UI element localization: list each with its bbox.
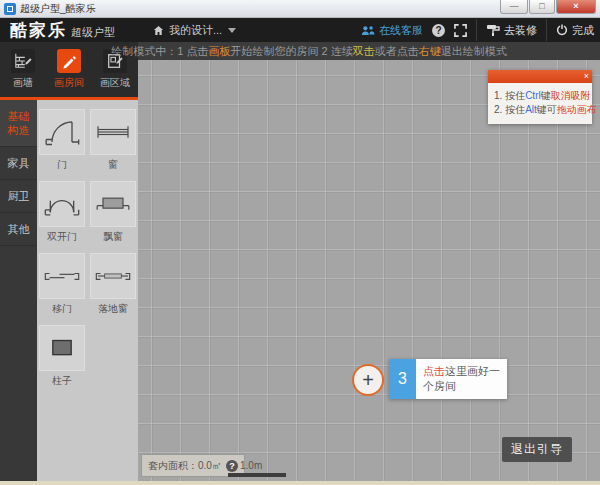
- window-title: 超级户型_酷家乐: [20, 2, 96, 16]
- notification-body: 1. 按住Ctrl键取消吸附 2. 按住Alt键可拖动画布: [488, 83, 592, 124]
- instruction-highlight-board: 画板: [208, 44, 230, 59]
- exit-guide-button[interactable]: 退出引导: [502, 437, 572, 462]
- category-basic-structure[interactable]: 基础构造: [0, 100, 37, 147]
- plus-icon: +: [362, 369, 374, 392]
- double-door-icon: [42, 186, 82, 222]
- notification-header: ×: [488, 70, 592, 83]
- finish-button[interactable]: 完成: [556, 23, 594, 38]
- door-icon: [42, 114, 82, 150]
- tab-draw-wall-label: 画墙: [13, 76, 33, 90]
- instruction-highlight-rightkey: 右键: [419, 44, 441, 59]
- component-door-label: 门: [57, 158, 67, 172]
- people-icon: [361, 25, 375, 36]
- tab-draw-room[interactable]: 画房间: [46, 42, 92, 97]
- french-window-icon: [93, 258, 133, 294]
- logo-text: 酷家乐: [10, 19, 67, 42]
- my-designs-menu[interactable]: 我的设计...: [153, 23, 236, 38]
- area-label: 套内面积：0.0㎡: [148, 459, 222, 473]
- component-window-label: 窗: [108, 158, 118, 172]
- guide-step-badge: 3: [389, 359, 416, 399]
- maximize-button[interactable]: □: [529, 0, 555, 14]
- minimize-button[interactable]: —: [500, 0, 528, 14]
- power-icon: [556, 24, 568, 36]
- component-panel: 门 窗: [37, 100, 138, 485]
- component-pillar[interactable]: 柱子: [39, 325, 85, 388]
- bay-window-icon: [93, 186, 133, 222]
- my-designs-label: 我的设计...: [169, 23, 222, 38]
- draw-mode-instruction: 绘制模式中：1 点击画板开始绘制您的房间 2 连续双击或者点击右键退出绘制模式: [138, 42, 600, 60]
- draw-wall-icon: [14, 52, 32, 70]
- taskbar-edge: [0, 481, 600, 485]
- category-sidebar: 基础构造 家具 厨卫 其他: [0, 100, 37, 485]
- close-button[interactable]: ×: [556, 0, 596, 14]
- tab-draw-room-label: 画房间: [54, 76, 84, 90]
- draw-start-target[interactable]: +: [352, 364, 384, 396]
- logo: 酷家乐 超级户型: [10, 19, 115, 42]
- tab-draw-region-label: 画区域: [100, 76, 130, 90]
- logo-subtitle: 超级户型: [71, 25, 115, 40]
- app-header: 酷家乐 超级户型 我的设计... 在线客服 ?: [0, 18, 600, 42]
- paint-roller-icon: [486, 24, 500, 36]
- scale-bar: [228, 473, 286, 477]
- guide-text: 点击这里画好一个房间: [416, 359, 507, 399]
- help-button[interactable]: ?: [432, 24, 445, 37]
- component-bay-window-label: 飘窗: [103, 230, 123, 244]
- notification-line-1: 1. 按住Ctrl键取消吸附: [494, 89, 587, 103]
- sliding-door-icon: [42, 258, 82, 294]
- window-titlebar: 超级户型_酷家乐 — □ ×: [0, 0, 600, 18]
- component-double-door-label: 双开门: [47, 230, 77, 244]
- component-window[interactable]: 窗: [90, 109, 136, 172]
- instruction-text: 绘制模式中：1 点击: [111, 44, 208, 59]
- app-icon: [4, 3, 16, 15]
- divider: [546, 19, 547, 41]
- component-sliding-door[interactable]: 移门: [39, 253, 85, 316]
- home-icon: [153, 25, 164, 36]
- hotkey-notification: × 1. 按住Ctrl键取消吸附 2. 按住Alt键可拖动画布: [488, 70, 592, 124]
- notification-line-2: 2. 按住Alt键可拖动画布: [494, 103, 587, 117]
- component-double-door[interactable]: 双开门: [39, 181, 85, 244]
- instruction-text: 退出绘制模式: [441, 44, 507, 59]
- component-door[interactable]: 门: [39, 109, 85, 172]
- instruction-highlight-doubleclick: 双击: [353, 44, 375, 59]
- component-french-window[interactable]: 落地窗: [90, 253, 136, 316]
- fullscreen-button[interactable]: [454, 24, 467, 37]
- go-decorate-button[interactable]: 去装修: [486, 23, 537, 38]
- category-furniture[interactable]: 家具: [0, 147, 37, 180]
- pillar-icon: [42, 330, 82, 366]
- window-icon: [93, 114, 133, 150]
- category-other[interactable]: 其他: [0, 213, 37, 246]
- tab-draw-wall[interactable]: 画墙: [0, 42, 46, 97]
- component-pillar-label: 柱子: [52, 374, 72, 388]
- scale-label: 1.0m: [240, 460, 262, 471]
- fullscreen-icon: [454, 24, 467, 37]
- instruction-text: 或者点击: [375, 44, 419, 59]
- area-help-icon[interactable]: ?: [226, 460, 238, 472]
- finish-label: 完成: [572, 23, 594, 38]
- online-service-label: 在线客服: [379, 23, 423, 38]
- notification-close-icon[interactable]: ×: [584, 70, 589, 83]
- divider: [476, 19, 477, 41]
- instruction-text: 开始绘制您的房间 2 连续: [230, 44, 352, 59]
- category-kitchen-bath[interactable]: 厨卫: [0, 180, 37, 213]
- guide-tooltip: 3 点击这里画好一个房间: [389, 359, 507, 399]
- component-french-window-label: 落地窗: [98, 302, 128, 316]
- chevron-down-icon: [228, 28, 236, 33]
- component-sliding-door-label: 移门: [52, 302, 72, 316]
- online-service-button[interactable]: 在线客服: [361, 23, 423, 38]
- draw-room-icon: [61, 53, 77, 69]
- go-decorate-label: 去装修: [504, 23, 537, 38]
- component-bay-window[interactable]: 飘窗: [90, 181, 136, 244]
- app-window: 超级户型_酷家乐 — □ × 酷家乐 超级户型 我的设计... 在线: [0, 0, 600, 485]
